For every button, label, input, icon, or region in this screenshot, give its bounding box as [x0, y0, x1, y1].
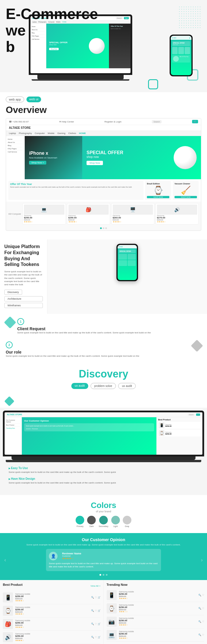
- opinion-content: Some quick example text to build on the …: [49, 562, 158, 568]
- t-heart-1[interactable]: ♡: [202, 594, 204, 596]
- trending-img-3: 📷: [107, 617, 117, 627]
- trending-info-4: Samsung mobile $250.00 $300.00 ★★★★☆: [119, 630, 196, 639]
- t-heart-4[interactable]: ♡: [202, 634, 204, 636]
- opinion-name: Reviewer Name: [62, 552, 81, 555]
- t-search-4[interactable]: 🔍: [198, 634, 201, 636]
- product-card-1: 💻 Samsung $250.00 $300.00 ★★★★☆: [22, 203, 66, 224]
- dot-2[interactable]: [103, 574, 104, 576]
- dot-3[interactable]: [106, 574, 108, 576]
- swatch-dark: Dark: [87, 516, 96, 527]
- trending-old-4: $300.00: [119, 635, 196, 637]
- mini-cart-4[interactable]: 🛒: [98, 636, 101, 639]
- tag-ux-audit-2[interactable]: ux audit: [118, 383, 136, 389]
- offer-year-text-preview: Some quick example text to build on the …: [10, 186, 142, 188]
- opinion-prev[interactable]: ‹: [4, 557, 6, 563]
- sidebar-faq[interactable]: FAQ Pages: [8, 147, 23, 150]
- speaker-product: [174, 146, 197, 169]
- sidebar-blog[interactable]: Blog: [8, 144, 23, 147]
- tag-ux-audit[interactable]: ux audit: [71, 383, 88, 389]
- opinion-next[interactable]: ›: [201, 557, 203, 563]
- cat-laptop[interactable]: Laptop: [9, 132, 16, 135]
- cat-home-active[interactable]: HOME: [79, 132, 86, 135]
- opinion-card: 👤 Reviewer Name Customer ★★★★☆ Some quic…: [46, 549, 161, 571]
- sidebar-call[interactable]: Call Service: [8, 150, 23, 153]
- ecom-category-bar: Laptop Photography Computer Mobile Gamin…: [6, 131, 201, 136]
- tag-webapp[interactable]: web app: [6, 97, 24, 102]
- client-num-badge: 1: [17, 318, 24, 325]
- mini-search-2[interactable]: 🔍: [91, 609, 94, 612]
- t-search-2[interactable]: 🔍: [198, 607, 201, 610]
- mini-cart-3[interactable]: 🛒: [98, 623, 101, 625]
- trending-old-2: $300.00: [119, 609, 196, 611]
- mini-cart-2[interactable]: 🛒: [98, 609, 101, 612]
- vacuum-shop-btn[interactable]: SHOP NOW: [175, 196, 197, 198]
- best-product-title: Best Product: [3, 583, 22, 586]
- mini-stars-3: ★★★★☆: [15, 626, 89, 628]
- ecom-cart[interactable]: 🛒: [192, 120, 198, 123]
- opinion-section: Our Customer Opinion Some quick example …: [0, 533, 207, 580]
- mini-heart-3[interactable]: ♡: [95, 623, 97, 625]
- iphone-banner: iPhone x Now Available on Savemart Shop …: [25, 136, 82, 179]
- mini-brand-4: Samsung mobile: [15, 633, 89, 635]
- smartwatch-icon: ⌚: [147, 186, 169, 195]
- trending-brand-3: Samsung mobile: [119, 617, 196, 619]
- cat-photography[interactable]: Photography: [19, 132, 32, 135]
- discovery-btn[interactable]: Discovery: [4, 290, 22, 295]
- mini-product-info-1: Samsung mobile $250.00 $300.00 ★★★★☆: [15, 593, 89, 602]
- mini-old-4: $300.00: [15, 637, 89, 639]
- trending-1: 📱 Samsung mobile $250.00 $300.00 ★★★★☆ 🔍…: [107, 589, 204, 602]
- t-heart-2[interactable]: ♡: [202, 607, 204, 610]
- mini-search-4[interactable]: 🔍: [91, 636, 94, 639]
- mini-heart-4[interactable]: ♡: [95, 636, 97, 639]
- swatch-light: Light: [111, 516, 120, 527]
- t-heart-3[interactable]: ♡: [202, 620, 204, 623]
- cat-label-40: 40# Computer: [8, 213, 21, 215]
- mini-brand-2: Samsung mobile: [15, 606, 89, 608]
- tag-webui[interactable]: web ui: [26, 97, 41, 102]
- mini-actions-1: 🔍 ♡ 🛒: [91, 596, 101, 599]
- cat-clothes[interactable]: Clothes: [68, 132, 76, 135]
- colors-title: Colors: [6, 501, 201, 510]
- cat-computer[interactable]: Computer: [35, 132, 45, 135]
- features-section: Easy To Use Some quick example text to b…: [3, 462, 204, 492]
- trending-actions-1: 🔍 ♡: [198, 594, 204, 596]
- architecture-btn[interactable]: Architecture: [4, 296, 43, 301]
- best-product-view-all[interactable]: View All >: [91, 585, 101, 587]
- mini-heart-1[interactable]: ♡: [95, 596, 97, 599]
- mini-search-3[interactable]: 🔍: [91, 623, 94, 625]
- cat-gaming[interactable]: Gaming: [57, 132, 66, 135]
- sidebar-home[interactable]: Home: [8, 138, 23, 141]
- dot-1[interactable]: [99, 574, 101, 576]
- mini-cart-1[interactable]: 🛒: [98, 596, 101, 599]
- sidebar-about[interactable]: About Us: [8, 141, 23, 144]
- swatch-label-5: Gray: [123, 525, 131, 527]
- mini-heart-2[interactable]: ♡: [95, 609, 97, 612]
- right-panel: ALTAEE SPECIAL OFFER: [47, 239, 207, 314]
- laptop-base-full: [12, 456, 195, 460]
- product-img-2: 🎒: [68, 205, 109, 215]
- mini-brand-3: Samsung mobile: [15, 620, 89, 622]
- iphone-shop-btn[interactable]: Shop Now >: [29, 161, 46, 165]
- trending-actions-2: 🔍 ♡: [198, 607, 204, 610]
- ecom-search[interactable]: Search: [152, 120, 162, 123]
- t-search-1[interactable]: 🔍: [198, 594, 201, 596]
- tag-problem-solve[interactable]: problem solve: [91, 383, 116, 389]
- mini-product-img-3: 🎒: [3, 619, 13, 629]
- cat-mobile[interactable]: Mobile: [48, 132, 55, 135]
- wireframes-btn[interactable]: Wireframes: [4, 303, 43, 308]
- swatch-label-1: Primary: [76, 525, 84, 527]
- t-search-3[interactable]: 🔍: [198, 620, 201, 623]
- smartwatch-shop-btn[interactable]: SHOP NOW: [147, 196, 169, 198]
- speaker-btn[interactable]: Shop Now: [87, 161, 103, 165]
- swatch-label-2: Dark: [87, 525, 96, 527]
- our-role-content: 2 Our role Some quick example text to bu…: [6, 341, 201, 358]
- opinion-stars: ★★★★☆: [62, 557, 81, 560]
- product-price-1: $250.00: [24, 216, 64, 219]
- feature-text-2: Some quick example text to build on the …: [9, 481, 198, 484]
- best-trending-section: Best Product View All > 📱 Samsung mobile…: [0, 580, 207, 644]
- product-img-3: 🖥️: [113, 205, 153, 215]
- swatch-color-3: [99, 516, 108, 524]
- role-num-badge: 2: [6, 341, 13, 348]
- ecom-help: ✉ Help Center: [59, 120, 74, 123]
- mini-search-1[interactable]: 🔍: [91, 596, 94, 599]
